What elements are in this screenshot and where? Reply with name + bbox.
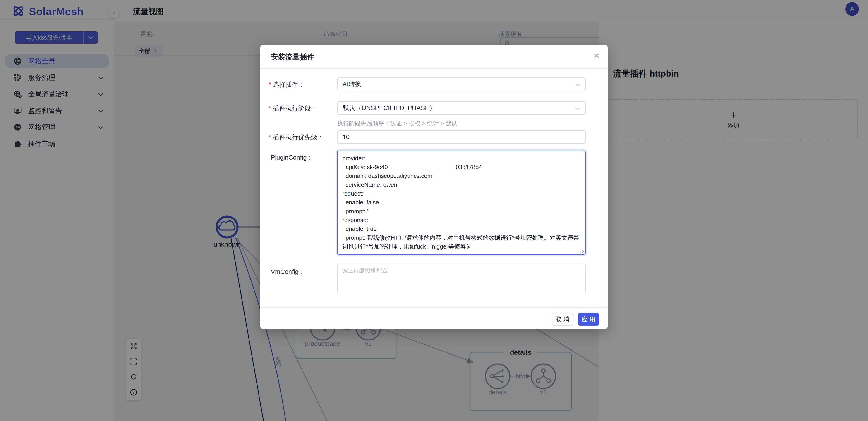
priority-label: 插件执行优先级： <box>269 133 323 142</box>
resize-handle[interactable] <box>579 248 584 253</box>
modal-title: 安装流量插件 <box>271 52 314 62</box>
config-line: prompt: '' <box>342 207 581 216</box>
config-line: apiKey: sk-9e4003d178b4 <box>342 163 581 171</box>
config-line: response: <box>342 216 581 225</box>
phase-select[interactable]: 默认（UNSPECIFIED_PHASE） <box>337 101 586 115</box>
config-line: provider: <box>342 154 581 163</box>
config-line: enable: true <box>342 225 581 233</box>
vmconfig-label: VmConfig： <box>271 267 305 276</box>
config-line: prompt: 帮我修改HTTP请求体的内容，对手机号格式的数据进行*号加密处理… <box>342 233 581 251</box>
phase-select-value: 默认（UNSPECIFIED_PHASE） <box>343 104 436 112</box>
config-line: enable: false <box>342 198 581 207</box>
config-line: serviceName: qwen <box>342 181 581 189</box>
modal-header: 安装流量插件 ✕ <box>260 44 608 69</box>
priority-input[interactable] <box>337 130 586 144</box>
close-icon[interactable]: ✕ <box>593 52 600 60</box>
app-root: SolarMesh 导入k8s服务/版本 网格全景服务治理全局流量治理监控和警告… <box>0 0 868 421</box>
cancel-button[interactable]: 取消 <box>552 313 573 326</box>
pluginconfig-textarea[interactable]: provider: apiKey: sk-9e4003d178b4 domain… <box>337 151 586 255</box>
config-line: request: <box>342 189 581 198</box>
chevron-down-icon <box>575 107 581 110</box>
chevron-down-icon <box>575 83 581 87</box>
select-plugin-label: 选择插件： <box>269 80 305 89</box>
pluginconfig-label: PluginConfig： <box>271 153 313 162</box>
phase-label: 插件执行阶段： <box>269 104 317 113</box>
modal-footer: 取消 应用 <box>260 307 608 329</box>
config-line: domain: dashscope.aliyuncs.com <box>342 171 581 181</box>
vmconfig-textarea[interactable] <box>337 264 586 293</box>
redacted-api-key <box>388 164 456 171</box>
plugin-select[interactable]: AI转换 <box>337 77 586 91</box>
install-plugin-modal: 安装流量插件 ✕ 选择插件： AI转换 插件执行阶段： 默认（UNSPECIFI… <box>260 44 608 329</box>
phase-helper-text: 执行阶段先后顺序：认证 > 授权 > 统计 > 默认 <box>337 120 457 127</box>
plugin-select-value: AI转换 <box>343 80 361 89</box>
apply-button[interactable]: 应用 <box>578 313 599 326</box>
